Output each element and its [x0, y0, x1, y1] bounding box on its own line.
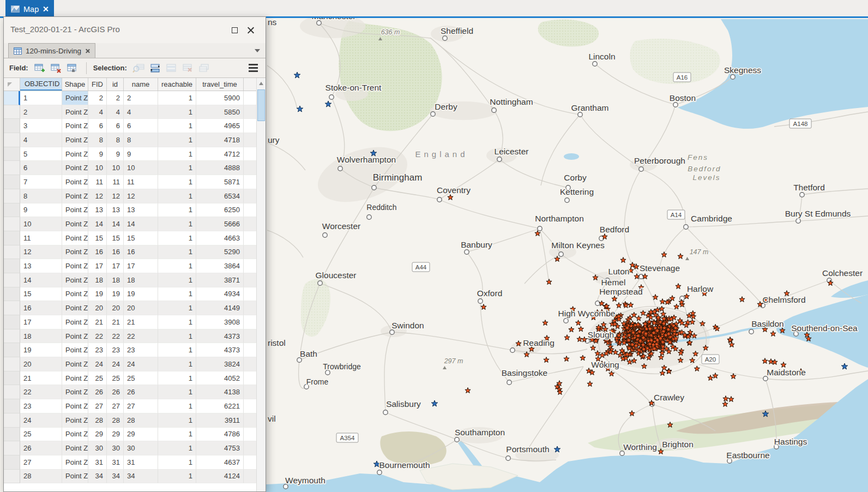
cell-reachable[interactable]: 1	[158, 399, 196, 413]
table-row[interactable]: 15Point Z19191914934	[4, 287, 256, 302]
cell-FID[interactable]: 12	[88, 189, 107, 203]
row-selector[interactable]	[4, 147, 20, 161]
cell-name[interactable]: 28	[124, 413, 158, 428]
cell-Shape[interactable]: Point Z	[62, 287, 88, 302]
cell-FID[interactable]: 13	[88, 203, 107, 218]
cell-id[interactable]: 27	[107, 399, 124, 413]
cell-travel_time[interactable]: 4712	[196, 147, 244, 161]
table-row[interactable]: 1Point Z22215900	[4, 91, 256, 105]
row-selector[interactable]	[4, 189, 20, 203]
window-title-bar[interactable]: Test_2020-01-21 - ArcGIS Pro	[4, 17, 266, 43]
cell-reachable[interactable]: 1	[158, 273, 196, 287]
close-button[interactable]	[243, 25, 259, 35]
cell-OBJECTID[interactable]: 1	[20, 91, 62, 105]
row-selector[interactable]	[4, 470, 20, 484]
cell-reachable[interactable]: 1	[158, 301, 196, 315]
row-selector[interactable]	[4, 231, 20, 245]
table-row[interactable]: 27Point Z31313114637	[4, 455, 256, 470]
cell-OBJECTID[interactable]: 14	[20, 273, 62, 287]
cell-id[interactable]: 20	[107, 301, 124, 315]
cell-id[interactable]: 19	[107, 287, 124, 302]
tab-map[interactable]: Map	[5, 0, 54, 18]
cell-Shape[interactable]: Point Z	[62, 119, 88, 133]
cell-Shape[interactable]: Point Z	[62, 189, 88, 203]
table-row[interactable]: 22Point Z26262614138	[4, 385, 256, 399]
cell-Shape[interactable]: Point Z	[62, 470, 88, 484]
table-row[interactable]: 21Point Z25252514052	[4, 371, 256, 386]
cell-FID[interactable]: 20	[88, 301, 107, 315]
table-row[interactable]: 23Point Z27272716221	[4, 399, 256, 413]
cell-id[interactable]: 14	[107, 217, 124, 231]
cell-OBJECTID[interactable]: 5	[20, 147, 62, 161]
cell-name[interactable]: 9	[124, 147, 158, 161]
cell-Shape[interactable]: Point Z	[62, 371, 88, 386]
cell-reachable[interactable]: 1	[158, 91, 196, 105]
cell-travel_time[interactable]: 4934	[196, 287, 244, 302]
cell-name[interactable]: 15	[124, 231, 158, 245]
cell-name[interactable]: 31	[124, 455, 158, 470]
cell-name[interactable]: 20	[124, 301, 158, 315]
cell-travel_time[interactable]: 3824	[196, 357, 244, 371]
cell-Shape[interactable]: Point Z	[62, 385, 88, 399]
table-row[interactable]: 16Point Z20202014149	[4, 301, 256, 315]
cell-FID[interactable]: 9	[88, 147, 107, 161]
select-rows-icon[interactable]	[164, 62, 178, 75]
cell-OBJECTID[interactable]: 7	[20, 175, 62, 189]
cell-FID[interactable]: 16	[88, 245, 107, 260]
cell-reachable[interactable]: 1	[158, 217, 196, 231]
cell-id[interactable]: 10	[107, 161, 124, 175]
row-selector[interactable]	[4, 245, 20, 260]
row-selector[interactable]	[4, 343, 20, 357]
cell-Shape[interactable]: Point Z	[62, 455, 88, 470]
cell-FID[interactable]: 15	[88, 231, 107, 245]
cell-FID[interactable]: 4	[88, 105, 107, 119]
cell-name[interactable]: 24	[124, 357, 158, 371]
cell-name[interactable]: 19	[124, 287, 158, 302]
cell-name[interactable]: 29	[124, 428, 158, 442]
row-selector[interactable]	[4, 441, 20, 455]
column-header-Shape[interactable]: Shape	[62, 78, 88, 91]
cell-reachable[interactable]: 1	[158, 455, 196, 470]
cell-travel_time[interactable]: 3871	[196, 273, 244, 287]
cell-travel_time[interactable]: 3864	[196, 259, 244, 273]
table-row[interactable]: 12Point Z16161615290	[4, 245, 256, 260]
cell-FID[interactable]: 31	[88, 455, 107, 470]
row-selector[interactable]	[4, 315, 20, 329]
cell-FID[interactable]: 6	[88, 119, 107, 133]
table-scrollbar[interactable]	[256, 78, 266, 491]
cell-id[interactable]: 6	[107, 119, 124, 133]
cell-FID[interactable]: 21	[88, 315, 107, 329]
table-row[interactable]: 17Point Z21212113908	[4, 315, 256, 329]
cell-id[interactable]: 22	[107, 329, 124, 344]
cell-FID[interactable]: 2	[88, 91, 107, 105]
cell-Shape[interactable]: Point Z	[62, 105, 88, 119]
cell-FID[interactable]: 27	[88, 399, 107, 413]
cell-travel_time[interactable]: 4637	[196, 455, 244, 470]
cell-FID[interactable]: 30	[88, 441, 107, 455]
cell-Shape[interactable]: Point Z	[62, 301, 88, 315]
column-header-id[interactable]: id	[107, 78, 124, 91]
cell-Shape[interactable]: Point Z	[62, 413, 88, 428]
cell-Shape[interactable]: Point Z	[62, 259, 88, 273]
cell-Shape[interactable]: Point Z	[62, 175, 88, 189]
cell-id[interactable]: 12	[107, 189, 124, 203]
cell-OBJECTID[interactable]: 23	[20, 399, 62, 413]
cell-id[interactable]: 8	[107, 133, 124, 147]
clear-selection-icon[interactable]	[180, 62, 195, 75]
cell-Shape[interactable]: Point Z	[62, 399, 88, 413]
cell-reachable[interactable]: 1	[158, 470, 196, 484]
row-selector[interactable]	[4, 119, 20, 133]
table-row[interactable]: 19Point Z23232314373	[4, 343, 256, 357]
select-all-corner[interactable]	[4, 78, 20, 91]
cell-FID[interactable]: 19	[88, 287, 107, 302]
row-selector[interactable]	[4, 385, 20, 399]
tab-close-icon[interactable]	[43, 6, 49, 12]
maximize-button[interactable]	[226, 25, 243, 35]
scroll-up-icon[interactable]	[257, 78, 266, 89]
chevron-down-icon[interactable]	[255, 49, 260, 52]
cell-FID[interactable]: 25	[88, 371, 107, 386]
cell-travel_time[interactable]: 5871	[196, 175, 244, 189]
cell-travel_time[interactable]: 5666	[196, 217, 244, 231]
table-row[interactable]: 6Point Z10101014888	[4, 161, 256, 175]
cell-Shape[interactable]: Point Z	[62, 217, 88, 231]
